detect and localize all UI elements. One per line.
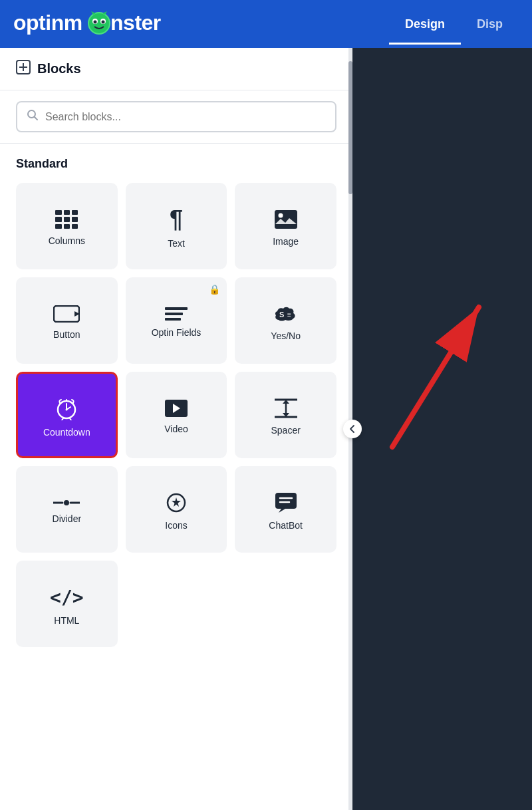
block-label-image: Image [273, 236, 299, 247]
optin-fields-icon [165, 307, 188, 321]
blocks-grid: Columns ¶ Text [16, 183, 336, 647]
svg-rect-13 [275, 210, 297, 229]
image-icon [274, 209, 298, 229]
tab-display[interactable]: Disp [461, 11, 519, 38]
countdown-icon [55, 396, 78, 420]
block-item-text[interactable]: ¶ Text [126, 183, 227, 269]
panel-title: Blocks [37, 61, 81, 76]
block-item-image[interactable]: Image [235, 183, 336, 269]
svg-text:≡: ≡ [287, 311, 291, 319]
text-icon: ¶ [170, 207, 183, 231]
svg-line-24 [62, 418, 63, 420]
svg-text:S: S [279, 311, 284, 319]
block-label-optin-fields: Optin Fields [152, 327, 201, 338]
tab-design[interactable]: Design [389, 11, 461, 38]
svg-point-14 [278, 213, 283, 218]
svg-point-32 [64, 500, 69, 505]
block-label-icons: Icons [165, 520, 187, 531]
search-box[interactable] [16, 101, 336, 132]
svg-point-4 [94, 20, 97, 23]
svg-line-25 [70, 418, 71, 420]
block-label-text: Text [168, 238, 185, 249]
svg-line-12 [35, 117, 38, 120]
block-label-html: HTML [54, 615, 79, 626]
panel-header: Blocks [0, 48, 352, 90]
button-icon [53, 305, 80, 323]
block-item-columns[interactable]: Columns [16, 183, 118, 269]
block-item-button[interactable]: Button [16, 277, 118, 364]
logo-text: optinm nster [13, 11, 161, 37]
svg-marker-38 [279, 509, 285, 513]
svg-point-5 [102, 20, 105, 23]
add-block-icon [16, 60, 31, 74]
spacer-icon [275, 398, 297, 418]
block-item-yes-no[interactable]: S ≡ Yes/No [235, 277, 336, 364]
header: optinm nster [0, 0, 532, 48]
section-title-standard: Standard [16, 157, 336, 171]
svg-rect-35 [275, 493, 297, 509]
search-input[interactable] [45, 111, 326, 123]
block-label-columns: Columns [49, 235, 85, 246]
blocks-section: Standard Columns ¶ [0, 144, 352, 660]
html-icon: </> [50, 587, 84, 608]
block-label-video: Video [164, 424, 188, 434]
chatbot-icon [275, 492, 297, 513]
svg-point-1 [89, 13, 109, 33]
block-item-countdown[interactable]: Countdown [16, 372, 118, 458]
search-icon [27, 109, 39, 124]
block-item-spacer[interactable]: Spacer [235, 372, 336, 458]
left-panel: Blocks Standard [0, 48, 352, 810]
header-tabs: Design Disp [389, 11, 519, 38]
logo-monster-icon [86, 11, 112, 36]
search-container [0, 90, 352, 144]
right-panel [352, 48, 532, 810]
block-item-divider[interactable]: Divider [16, 466, 118, 553]
logo: optinm nster [13, 11, 389, 37]
block-label-countdown: Countdown [43, 427, 90, 438]
block-item-chatbot[interactable]: ChatBot [235, 466, 336, 553]
collapse-panel-button[interactable] [343, 420, 362, 438]
block-item-optin-fields[interactable]: 🔒 Optin Fields [126, 277, 227, 364]
block-label-divider: Divider [53, 513, 82, 524]
block-item-icons[interactable]: Icons [126, 466, 227, 553]
preview-area [352, 48, 532, 810]
columns-icon [55, 210, 78, 229]
block-item-html[interactable]: </> HTML [16, 561, 118, 647]
block-item-video[interactable]: Video [126, 372, 227, 458]
lock-icon: 🔒 [209, 284, 220, 295]
yes-no-icon: S ≡ [273, 304, 299, 324]
block-label-button: Button [53, 329, 80, 340]
video-icon [165, 400, 188, 417]
block-label-chatbot: ChatBot [269, 520, 303, 531]
blocks-header-icon [16, 60, 31, 78]
icons-icon [166, 492, 187, 513]
block-label-yes-no: Yes/No [271, 331, 301, 341]
divider-icon [53, 499, 80, 507]
main-layout: Blocks Standard [0, 48, 532, 810]
block-label-spacer: Spacer [271, 425, 300, 436]
